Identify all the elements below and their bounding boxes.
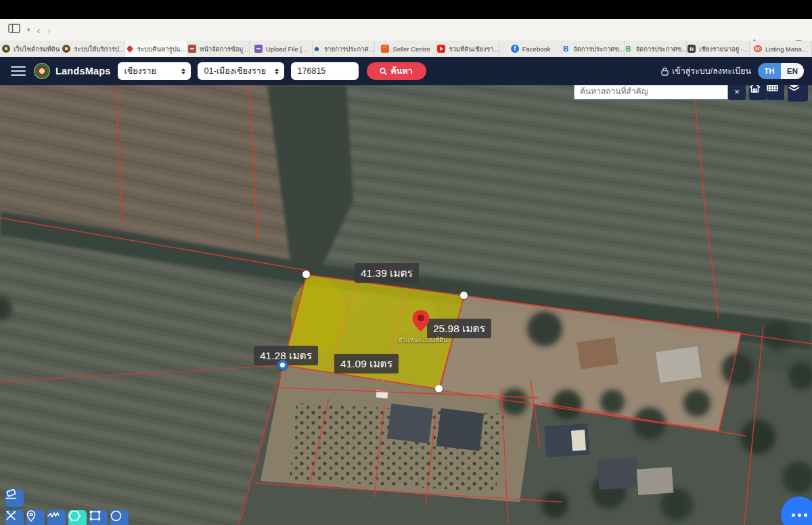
building-icon xyxy=(188,45,196,53)
app-header: LandsMaps เชียงราย 01-เมืองเชียงราย ค้นห… xyxy=(0,57,812,85)
eraser-tool-button[interactable] xyxy=(5,489,24,507)
vertex-handle[interactable] xyxy=(302,271,310,278)
measurement-label-bottom: 41.09 เมตร xyxy=(334,354,399,373)
province-select[interactable]: เชียงราย xyxy=(118,62,191,80)
tab-manage-posts-2[interactable]: จัดการประกาศข... xyxy=(625,41,687,57)
lang-en-button[interactable]: EN xyxy=(781,63,804,79)
polyline-icon xyxy=(47,510,60,520)
browser-toolbar: ▾ ‹ › landsmaps.dol.go.th ↻ + xyxy=(0,19,812,41)
tab-facebook[interactable]: Facebook xyxy=(500,41,562,57)
measurement-label-top: 41.39 เมตร xyxy=(355,263,419,283)
polygon-icon xyxy=(68,510,81,522)
rectangle-icon xyxy=(89,510,101,521)
app-title: LandsMaps xyxy=(55,66,111,76)
measure-tool-button[interactable] xyxy=(5,510,24,525)
language-toggle: TH EN xyxy=(758,63,804,79)
dol-logo xyxy=(34,63,50,79)
tab-dol-services[interactable]: ระบบให้บริการป... xyxy=(62,41,125,57)
tab-upload-file[interactable]: Upload File [... xyxy=(250,41,312,57)
polyline-tool-button[interactable] xyxy=(47,510,66,525)
rectangle-tool-button[interactable] xyxy=(89,510,108,525)
facebook-icon xyxy=(511,45,519,53)
tab-manage-posts-1[interactable]: จัดการประกาศข... xyxy=(562,41,625,57)
dol-seal-icon xyxy=(2,45,10,53)
eraser-icon xyxy=(5,489,17,499)
place-search-input[interactable] xyxy=(574,85,728,99)
stepper-icon xyxy=(179,64,188,78)
vertex-handle[interactable] xyxy=(435,385,443,392)
search-button[interactable]: ค้นหา xyxy=(367,62,426,80)
ellipsis-icon xyxy=(792,513,795,517)
forward-button[interactable]: › xyxy=(47,24,51,36)
tab-listing-board[interactable]: รายการประกาศ... xyxy=(313,41,375,57)
login-link[interactable]: เข้าสู่ระบบ/ลงทะเบียน xyxy=(661,64,751,78)
tab-chiangrai-living[interactable]: เชียงรายน่าอยู่ -... xyxy=(687,41,749,57)
window-top-strip xyxy=(0,0,812,19)
shopping-bag-icon xyxy=(381,45,389,53)
home-icon xyxy=(749,85,761,93)
satellite-imagery xyxy=(0,85,812,525)
n-icon xyxy=(687,45,696,53)
home-button[interactable] xyxy=(749,85,767,100)
chevron-down-icon[interactable]: ▾ xyxy=(27,26,30,33)
crossed-pencils-icon xyxy=(5,510,16,521)
tab-bar: เว็บไซต์กรมที่ดิน ระบบให้บริการป... ระบบ… xyxy=(0,41,812,57)
map-canvas[interactable]: × 41.39 เมตร 25.98 เมตร 41.28 xyxy=(0,85,812,525)
browser-window: ▾ ‹ › landsmaps.dol.go.th ↻ + เว็บไซต์กร… xyxy=(0,0,812,525)
tab-landsmaps-active[interactable]: ระบบค้นหารูปแ... xyxy=(125,41,187,57)
tab-dol-website[interactable]: เว็บไซต์กรมที่ดิน xyxy=(0,41,62,57)
youtube-icon xyxy=(437,45,445,53)
clear-search-button[interactable]: × xyxy=(728,85,746,100)
parcel-number-input[interactable] xyxy=(291,62,359,80)
lang-th-button[interactable]: TH xyxy=(758,63,781,79)
polygon-tool-button[interactable] xyxy=(68,510,87,525)
lock-icon xyxy=(661,67,669,76)
pin-tool-icon xyxy=(26,510,36,522)
vertex-handle[interactable] xyxy=(460,292,468,299)
circle-tool-button[interactable] xyxy=(110,510,129,525)
building-icon xyxy=(254,45,263,53)
grid-icon xyxy=(767,85,778,91)
map-pin-icon xyxy=(126,45,134,53)
stepper-icon xyxy=(272,64,281,78)
parcel-caption: ตำแหน่งแปลงที่ดิน xyxy=(362,336,484,345)
circle-icon xyxy=(110,510,122,522)
back-button[interactable]: ‹ xyxy=(37,24,41,36)
house-icon xyxy=(313,45,321,53)
tab-youtube[interactable]: รวมที่ดินเชียงรา... xyxy=(437,41,499,57)
sidebar-toggle-icon[interactable] xyxy=(8,24,20,36)
grid-button[interactable] xyxy=(767,85,784,100)
b-green-icon xyxy=(625,45,632,53)
b-blue-icon xyxy=(562,45,570,53)
vertex-handle-selected[interactable] xyxy=(277,360,288,370)
district-select[interactable]: 01-เมืองเชียงราย xyxy=(198,62,284,80)
tab-seller-centre[interactable]: Seller Centre xyxy=(375,41,437,57)
layers-icon xyxy=(788,85,800,93)
menu-icon[interactable] xyxy=(11,66,26,76)
dol-seal-icon xyxy=(62,45,70,53)
tab-listing-manager[interactable]: Listing Mana... xyxy=(750,41,812,57)
point-tool-button[interactable] xyxy=(26,510,45,525)
listing-icon xyxy=(754,45,762,52)
layers-button[interactable] xyxy=(788,85,808,101)
search-icon xyxy=(380,68,387,75)
tab-data-manage[interactable]: หน้าจัดการข้อมู... xyxy=(187,41,250,57)
